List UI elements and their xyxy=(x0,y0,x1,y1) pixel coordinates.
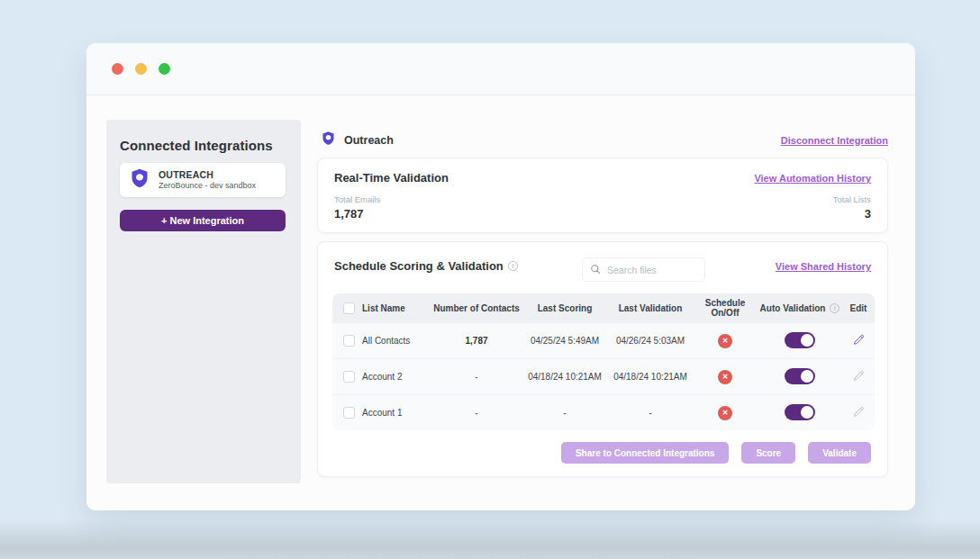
page: { "window": { "dot_colors": { "close": "… xyxy=(0,0,980,559)
validate-button[interactable]: Validate xyxy=(808,442,871,464)
total-emails-label: Total Emails xyxy=(334,194,380,204)
last-scoring: 04/25/24 5:49AM xyxy=(522,336,608,346)
col-auto-validation: Auto Validation xyxy=(760,303,826,313)
schedule-scoring-card: Schedule Scoring & Validation i View Sha… xyxy=(317,241,888,477)
schedule-off-icon[interactable]: ✕ xyxy=(718,334,732,348)
row-checkbox[interactable] xyxy=(343,335,355,347)
number-of-contacts: 1,787 xyxy=(431,336,522,346)
view-automation-history-link[interactable]: View Automation History xyxy=(754,173,871,184)
auto-validation-info-icon[interactable]: i xyxy=(830,303,839,313)
table-row: Account 1 - - - ✕ xyxy=(332,394,875,430)
number-of-contacts: - xyxy=(431,408,522,418)
zoom-window-icon[interactable] xyxy=(159,63,170,75)
schedule-off-icon[interactable]: ✕ xyxy=(718,406,732,420)
new-integration-button[interactable]: + New Integration xyxy=(120,210,286,231)
col-schedule-on-off: Schedule On/Off xyxy=(693,298,758,318)
table-header-row: List Name Number of Contacts Last Scorin… xyxy=(332,293,875,322)
last-validation: - xyxy=(608,408,693,418)
window-titlebar xyxy=(86,43,915,95)
list-name: Account 1 xyxy=(362,408,402,418)
table-body: All Contacts 1,787 04/25/24 5:49AM 04/26… xyxy=(332,322,875,430)
integration-name: OUTREACH xyxy=(159,169,256,181)
row-checkbox[interactable] xyxy=(343,371,355,383)
schedule-off-icon[interactable]: ✕ xyxy=(718,370,732,384)
row-checkbox[interactable] xyxy=(343,407,355,419)
select-all-checkbox[interactable] xyxy=(343,302,355,314)
col-edit: Edit xyxy=(842,303,875,313)
outreach-header-icon xyxy=(321,131,336,149)
outreach-logo-icon xyxy=(129,167,150,193)
number-of-contacts: - xyxy=(431,372,522,382)
table-row: Account 2 - 04/18/24 10:21AM 04/18/24 10… xyxy=(332,358,875,394)
search-input[interactable] xyxy=(607,265,697,275)
lists-table: List Name Number of Contacts Last Scorin… xyxy=(332,293,875,430)
total-emails-value: 1,787 xyxy=(334,207,380,221)
actions-bar: Share to Connected Integrations Score Va… xyxy=(561,442,871,464)
col-number-of-contacts: Number of Contacts xyxy=(431,303,522,313)
col-last-validation: Last Validation xyxy=(608,303,693,313)
realtime-validation-card: Real-Time Validation View Automation His… xyxy=(317,158,888,233)
total-lists-stat: Total Lists 3 xyxy=(833,194,871,221)
edit-pencil-icon[interactable] xyxy=(852,333,866,347)
score-button[interactable]: Score xyxy=(741,442,795,464)
total-emails-stat: Total Emails 1,787 xyxy=(334,194,380,221)
list-name: All Contacts xyxy=(362,336,410,346)
auto-validation-toggle[interactable] xyxy=(785,368,815,384)
last-scoring: - xyxy=(522,408,608,418)
close-window-icon[interactable] xyxy=(112,63,123,75)
page-title: Outreach xyxy=(344,134,394,147)
last-scoring: 04/18/24 10:21AM xyxy=(522,372,608,382)
window-content: Connected Integrations OUTREACH ZeroBoun… xyxy=(86,95,915,509)
sidebar-item-outreach[interactable]: OUTREACH ZeroBounce - dev sandbox xyxy=(120,163,286,197)
total-lists-label: Total Lists xyxy=(833,194,871,204)
auto-validation-toggle[interactable] xyxy=(785,404,815,420)
search-icon xyxy=(590,262,601,278)
search-box xyxy=(582,257,705,282)
integration-subtitle: ZeroBounce - dev sandbox xyxy=(159,181,256,191)
total-lists-value: 3 xyxy=(833,207,871,221)
edit-pencil-icon[interactable] xyxy=(852,405,866,419)
disconnect-integration-link[interactable]: Disconnect Integration xyxy=(781,135,888,146)
share-to-connected-integrations-button[interactable]: Share to Connected Integrations xyxy=(561,442,729,464)
edit-pencil-icon[interactable] xyxy=(852,369,866,383)
schedule-card-title: Schedule Scoring & Validation xyxy=(334,259,504,273)
view-shared-history-link[interactable]: View Shared History xyxy=(776,261,871,272)
schedule-info-icon[interactable]: i xyxy=(508,261,518,271)
col-list-name: List Name xyxy=(362,303,405,313)
last-validation: 04/18/24 10:21AM xyxy=(608,372,693,382)
main-header: Outreach Disconnect Integration xyxy=(321,131,888,149)
list-name: Account 2 xyxy=(362,372,402,382)
sidebar-title: Connected Integrations xyxy=(120,138,273,153)
sidebar: Connected Integrations OUTREACH ZeroBoun… xyxy=(106,120,301,483)
app-window: Connected Integrations OUTREACH ZeroBoun… xyxy=(86,43,915,510)
auto-validation-toggle[interactable] xyxy=(785,332,815,348)
realtime-card-title: Real-Time Validation xyxy=(334,171,449,185)
minimize-window-icon[interactable] xyxy=(135,63,147,75)
col-last-scoring: Last Scoring xyxy=(522,303,608,313)
last-validation: 04/26/24 5:03AM xyxy=(608,336,693,346)
table-row: All Contacts 1,787 04/25/24 5:49AM 04/26… xyxy=(332,322,875,358)
